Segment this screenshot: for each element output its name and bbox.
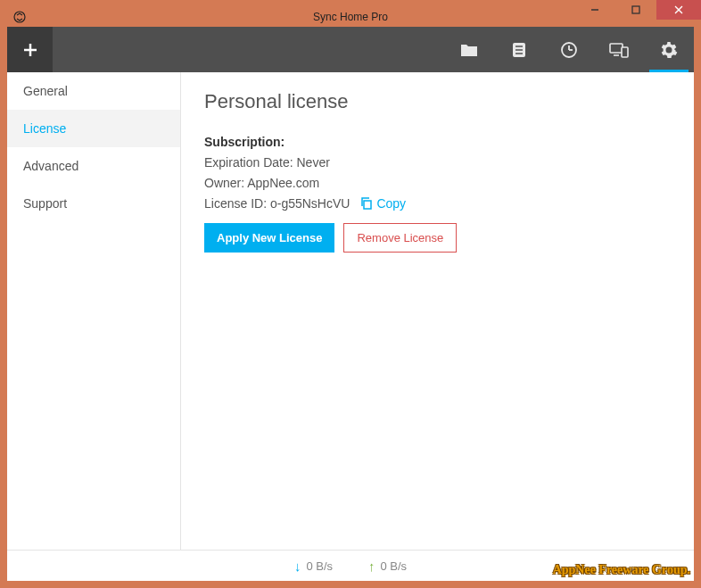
subscription-label: Subscription: bbox=[204, 135, 671, 149]
license-id-line: License ID: o-g55NsHcVU Copy bbox=[204, 196, 671, 211]
sidebar-item-support[interactable]: Support bbox=[7, 185, 180, 222]
owner-value: AppNee.com bbox=[247, 176, 319, 190]
download-speed: ↓ 0 B/s bbox=[294, 559, 333, 574]
toolbar-list-button[interactable] bbox=[494, 27, 544, 72]
expiration-value: Never bbox=[297, 155, 330, 170]
toolbar-folder-button[interactable] bbox=[444, 27, 494, 72]
window-title: Sync Home Pro bbox=[313, 11, 388, 23]
apply-license-button[interactable]: Apply New License bbox=[204, 223, 334, 253]
sidebar-item-advanced[interactable]: Advanced bbox=[7, 147, 180, 185]
app-icon bbox=[12, 10, 27, 24]
add-button[interactable] bbox=[7, 27, 53, 72]
gear-icon bbox=[660, 41, 678, 59]
arrow-down-icon: ↓ bbox=[294, 559, 301, 574]
folder-icon bbox=[460, 42, 478, 58]
list-icon bbox=[512, 42, 526, 58]
remove-license-button[interactable]: Remove License bbox=[343, 223, 457, 253]
clock-icon bbox=[560, 41, 578, 59]
toolbar bbox=[7, 27, 694, 72]
sidebar-item-license[interactable]: License bbox=[7, 110, 180, 147]
sidebar-item-general[interactable]: General bbox=[7, 72, 180, 110]
copy-label: Copy bbox=[376, 196, 406, 211]
download-value: 0 B/s bbox=[306, 559, 333, 573]
statusbar: ↓ 0 B/s ↑ 0 B/s AppNee Freeware Group. bbox=[7, 550, 694, 581]
plus-icon bbox=[21, 41, 39, 59]
watermark: AppNee Freeware Group. bbox=[553, 563, 690, 577]
license-id-value: o-g55NsHcVU bbox=[270, 196, 350, 211]
expiration-line: Expiration Date: Never bbox=[204, 155, 671, 170]
copy-icon bbox=[360, 197, 373, 210]
owner-label: Owner: bbox=[204, 176, 244, 190]
sidebar: General License Advanced Support bbox=[7, 72, 181, 550]
main-panel: Personal license Subscription: Expiratio… bbox=[181, 72, 694, 550]
copy-license-button[interactable]: Copy bbox=[360, 196, 406, 211]
toolbar-devices-button[interactable] bbox=[594, 27, 644, 72]
expiration-label: Expiration Date: bbox=[204, 155, 293, 170]
license-id-label: License ID: bbox=[204, 196, 267, 211]
minimize-button[interactable] bbox=[574, 0, 615, 20]
devices-icon bbox=[609, 42, 629, 58]
arrow-up-icon: ↑ bbox=[368, 559, 375, 574]
page-title: Personal license bbox=[204, 90, 671, 113]
svg-rect-2 bbox=[632, 6, 639, 13]
maximize-button[interactable] bbox=[615, 0, 656, 20]
upload-speed: ↑ 0 B/s bbox=[368, 559, 407, 574]
owner-line: Owner: AppNee.com bbox=[204, 176, 671, 190]
svg-rect-17 bbox=[364, 201, 371, 209]
upload-value: 0 B/s bbox=[381, 559, 408, 573]
close-button[interactable] bbox=[656, 0, 701, 20]
titlebar: Sync Home Pro bbox=[7, 7, 694, 27]
svg-rect-14 bbox=[610, 44, 623, 53]
toolbar-history-button[interactable] bbox=[544, 27, 594, 72]
svg-rect-16 bbox=[622, 47, 628, 57]
toolbar-settings-button[interactable] bbox=[644, 27, 694, 72]
